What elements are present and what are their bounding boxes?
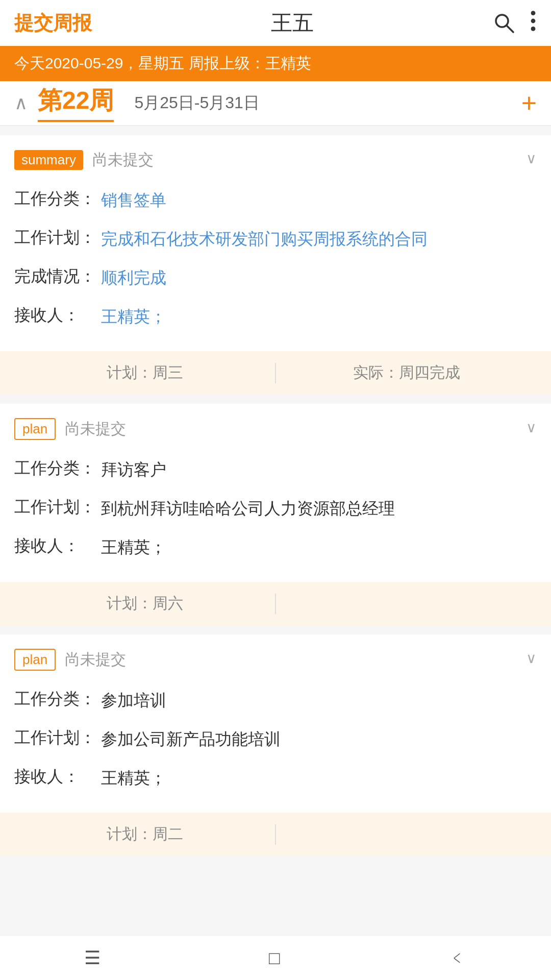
info-bar-text: 今天2020-05-29，星期五 周报上级：王精英	[14, 55, 311, 71]
search-icon[interactable]	[493, 12, 515, 34]
svg-point-4	[531, 27, 536, 31]
field-value-category: 拜访客户	[101, 457, 537, 482]
field-label: 工作分类：	[14, 688, 101, 710]
planned-time: 计划：周二	[14, 824, 275, 845]
header-actions	[493, 10, 537, 37]
plan-2-status: 尚未提交	[65, 649, 126, 670]
chevron-down-icon[interactable]: ∨	[526, 150, 537, 166]
field-value-completion: 顺利完成	[101, 265, 537, 290]
week-number: 第22周	[38, 84, 114, 122]
field-row: 接收人： 王精英；	[14, 528, 537, 567]
timeline-bar-2: 计划：周六	[0, 582, 551, 625]
bottom-nav: ☰ □ ﹤	[0, 935, 551, 980]
card-plan-2-body: 工作分类： 参加培训 工作计划： 参加公司新产品功能培训 接收人： 王精英；	[0, 681, 551, 807]
chevron-down-icon[interactable]: ∨	[526, 419, 537, 435]
home-nav-icon[interactable]: □	[269, 947, 280, 969]
field-value-category: 参加培训	[101, 688, 537, 713]
field-row: 接收人： 王精英；	[14, 297, 537, 336]
actual-time: 实际：周四完成	[276, 362, 537, 383]
card-summary-header: summary 尚未提交 ∨	[0, 135, 551, 181]
field-label: 完成情况：	[14, 265, 101, 288]
info-bar: 今天2020-05-29，星期五 周报上级：王精英	[0, 46, 551, 81]
field-value-receiver: 王精英；	[101, 304, 537, 329]
week-date-range: 5月25日-5月31日	[134, 92, 521, 114]
tag-plan-2: plan	[14, 649, 56, 671]
card-plan-2-header: plan 尚未提交 ∨	[0, 634, 551, 681]
field-value-category: 销售签单	[101, 188, 537, 212]
planned-time: 计划：周六	[14, 593, 275, 614]
field-label: 工作分类：	[14, 188, 101, 210]
chevron-down-icon[interactable]: ∨	[526, 649, 537, 666]
timeline-divider	[275, 594, 276, 614]
field-value-receiver: 王精英；	[101, 535, 537, 559]
tag-summary: summary	[14, 150, 83, 170]
field-row: 完成情况： 顺利完成	[14, 258, 537, 297]
field-value-plan: 完成和石化技术研发部门购买周报系统的合同	[101, 227, 537, 251]
timeline-divider	[275, 824, 276, 845]
add-week-button[interactable]: +	[521, 88, 537, 118]
field-row: 工作计划： 到杭州拜访哇哈哈公司人力资源部总经理	[14, 489, 537, 528]
timeline-bar-1: 计划：周三 实际：周四完成	[0, 351, 551, 395]
card-plan-1-header: plan 尚未提交 ∨	[0, 404, 551, 450]
field-value-plan: 到杭州拜访哇哈哈公司人力资源部总经理	[101, 496, 537, 521]
week-header: ∧ 第22周 5月25日-5月31日 +	[0, 81, 551, 126]
header: 提交周报 王五	[0, 0, 551, 46]
tag-plan-1: plan	[14, 418, 56, 440]
field-row: 工作分类： 参加培训	[14, 681, 537, 720]
card-summary: summary 尚未提交 ∨ 工作分类： 销售签单 工作计划： 完成和石化技术研…	[0, 135, 551, 395]
back-nav-icon[interactable]: ﹤	[448, 945, 467, 970]
field-value-plan: 参加公司新产品功能培训	[101, 727, 537, 751]
summary-status: 尚未提交	[92, 150, 154, 170]
svg-point-2	[531, 11, 536, 15]
menu-nav-icon[interactable]: ☰	[84, 947, 101, 969]
planned-time: 计划：周三	[14, 362, 275, 383]
field-label: 工作分类：	[14, 457, 101, 480]
field-label: 接收人：	[14, 535, 101, 557]
svg-line-1	[507, 26, 513, 32]
week-collapse-icon[interactable]: ∧	[14, 92, 28, 114]
field-label: 工作计划：	[14, 227, 101, 249]
field-row: 工作计划： 完成和石化技术研发部门购买周报系统的合同	[14, 219, 537, 258]
field-row: 工作计划： 参加公司新产品功能培训	[14, 720, 537, 758]
field-row: 接收人： 王精英；	[14, 758, 537, 797]
field-row: 工作分类： 销售签单	[14, 181, 537, 219]
field-row: 工作分类： 拜访客户	[14, 450, 537, 489]
card-plan-1: plan 尚未提交 ∨ 工作分类： 拜访客户 工作计划： 到杭州拜访哇哈哈公司人…	[0, 404, 551, 625]
field-label: 接收人：	[14, 304, 101, 327]
card-plan-1-body: 工作分类： 拜访客户 工作计划： 到杭州拜访哇哈哈公司人力资源部总经理 接收人：…	[0, 450, 551, 577]
svg-point-3	[531, 18, 536, 23]
more-icon[interactable]	[530, 10, 537, 37]
field-value-receiver: 王精英；	[101, 766, 537, 790]
card-summary-body: 工作分类： 销售签单 工作计划： 完成和石化技术研发部门购买周报系统的合同 完成…	[0, 181, 551, 346]
card-plan-2: plan 尚未提交 ∨ 工作分类： 参加培训 工作计划： 参加公司新产品功能培训…	[0, 634, 551, 856]
user-name: 王五	[271, 9, 314, 37]
field-label: 工作计划：	[14, 496, 101, 519]
field-label: 工作计划：	[14, 727, 101, 749]
timeline-bar-3: 计划：周二	[0, 813, 551, 856]
app-title: 提交周报	[14, 10, 92, 36]
field-label: 接收人：	[14, 766, 101, 788]
plan-1-status: 尚未提交	[65, 419, 126, 439]
